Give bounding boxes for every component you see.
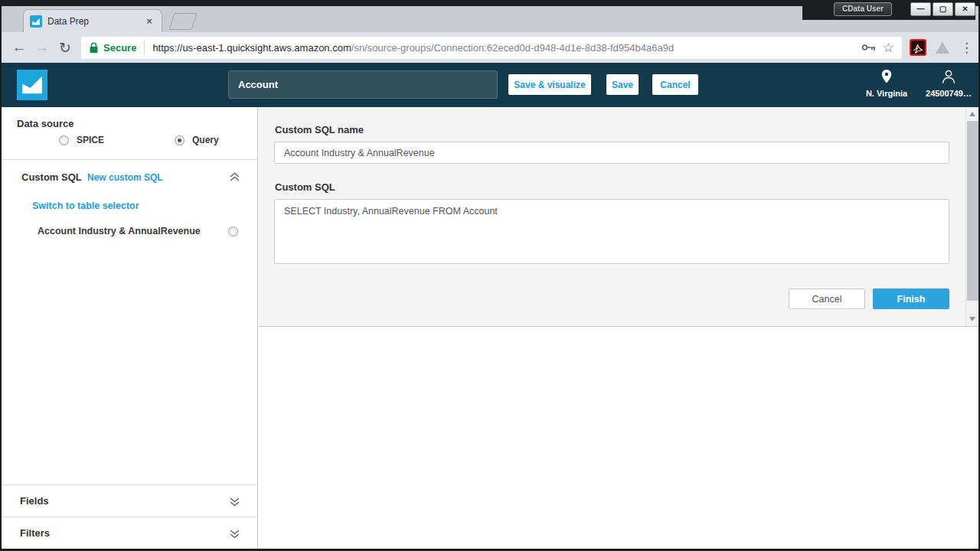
custom-sql-label: Custom SQL	[275, 181, 335, 193]
google-drive-extension-icon[interactable]	[936, 42, 949, 54]
sidebar: Data source SPICE Query Custom SQL New c…	[2, 107, 258, 549]
query-radio-icon[interactable]	[175, 135, 185, 145]
quicksight-favicon-icon	[30, 15, 42, 28]
new-custom-sql-link[interactable]: New custom SQL	[87, 172, 163, 183]
omnibox-divider	[144, 41, 145, 54]
header-cancel-button[interactable]: Cancel	[652, 74, 698, 95]
url-text[interactable]: https://us-east-1.quicksight.aws.amazon.…	[152, 42, 854, 54]
browser-toolbar: ← → ↻ Secure https://us-east-1.quicksigh…	[2, 32, 978, 63]
query-label: Query	[192, 135, 219, 145]
fields-expand-chevron-down-icon[interactable]	[229, 496, 240, 510]
adobe-acrobat-extension-icon[interactable]	[910, 39, 926, 56]
password-key-icon[interactable]	[861, 43, 877, 52]
dataset-name-input[interactable]	[228, 70, 498, 99]
save-button[interactable]: Save	[606, 74, 639, 95]
filters-heading: Filters	[20, 527, 50, 539]
tab-title: Data Prep	[47, 16, 138, 27]
quicksight-logo-icon[interactable]	[17, 70, 47, 100]
sidebar-divider	[2, 159, 257, 160]
collapse-chevron-up-icon[interactable]	[229, 171, 240, 185]
form-scrollbar[interactable]	[965, 107, 978, 326]
back-icon[interactable]: ←	[8, 39, 31, 56]
custom-sql-textarea[interactable]: SELECT Industry, AnnualRevenue FROM Acco…	[274, 199, 949, 264]
custom-sql-item-radio-icon[interactable]	[228, 227, 238, 236]
quicksight-header: Save & visualize Save Cancel N. Virginia…	[2, 63, 978, 107]
fields-section-header[interactable]: Fields	[2, 484, 257, 517]
secure-label[interactable]: Secure	[103, 42, 136, 54]
window-controls: CData User — ▢ ✕	[802, 0, 975, 20]
custom-sql-name-label: Custom SQL name	[275, 124, 364, 135]
spice-radio-icon[interactable]	[59, 135, 69, 145]
custom-sql-heading: Custom SQL	[21, 171, 82, 183]
region-selector[interactable]: N. Virginia	[852, 69, 921, 98]
data-source-heading: Data source	[17, 118, 74, 129]
spice-label: SPICE	[77, 135, 104, 145]
location-pin-icon	[880, 69, 893, 84]
finish-button[interactable]: Finish	[873, 289, 949, 309]
scrollbar-up-arrow-icon[interactable]	[969, 112, 975, 116]
bookmark-star-icon[interactable]: ☆	[883, 40, 894, 56]
browser-window: CData User — ▢ ✕ Data Prep × ← → ↻ Secur…	[0, 0, 980, 551]
filters-section-header[interactable]: Filters	[2, 517, 257, 549]
chrome-menu-icon[interactable]: ⋮	[960, 40, 973, 56]
custom-sql-list-item[interactable]: Account Industry & AnnualRevenue	[38, 226, 238, 236]
spice-radio-option[interactable]: SPICE	[59, 135, 104, 145]
custom-sql-item-label: Account Industry & AnnualRevenue	[38, 226, 228, 236]
sidebar-bottom-sections: Fields Filters	[2, 484, 257, 549]
minimize-button[interactable]: —	[910, 2, 931, 16]
tab-close-icon[interactable]: ×	[143, 15, 155, 27]
scrollbar-thumb[interactable]	[967, 121, 978, 301]
custom-sql-form-panel: Custom SQL name Custom SQL SELECT Indust…	[259, 107, 978, 327]
save-and-visualize-button[interactable]: Save & visualize	[508, 74, 591, 95]
refresh-icon[interactable]: ↻	[54, 39, 77, 57]
user-icon	[941, 69, 956, 84]
forward-icon: →	[31, 39, 54, 56]
fields-heading: Fields	[20, 495, 49, 507]
maximize-button[interactable]: ▢	[933, 2, 953, 16]
account-menu[interactable]: 24500749…	[914, 69, 980, 98]
url-host: https://us-east-1.quicksight.aws.amazon.…	[152, 42, 351, 54]
region-label: N. Virginia	[852, 89, 921, 98]
lock-icon	[89, 42, 99, 54]
filters-expand-chevron-down-icon[interactable]	[229, 528, 240, 542]
custom-sql-name-input[interactable]	[274, 142, 949, 164]
main-area: Custom SQL name Custom SQL SELECT Indust…	[259, 107, 978, 549]
scrollbar-down-arrow-icon[interactable]	[969, 317, 975, 321]
close-button[interactable]: ✕	[955, 2, 975, 16]
content-area: Data source SPICE Query Custom SQL New c…	[2, 107, 978, 549]
url-path: /sn/source-groups/Connection:62eced0d-d9…	[351, 42, 674, 54]
address-bar[interactable]: Secure https://us-east-1.quicksight.aws.…	[81, 37, 902, 59]
chrome-profile-button[interactable]: CData User	[834, 2, 892, 16]
form-cancel-button[interactable]: Cancel	[789, 289, 865, 309]
switch-to-table-selector-link[interactable]: Switch to table selector	[32, 201, 139, 211]
query-radio-option[interactable]: Query	[175, 135, 219, 145]
new-tab-button[interactable]	[168, 13, 197, 30]
account-id-label: 24500749…	[914, 89, 980, 98]
tab-data-prep[interactable]: Data Prep ×	[23, 9, 162, 32]
